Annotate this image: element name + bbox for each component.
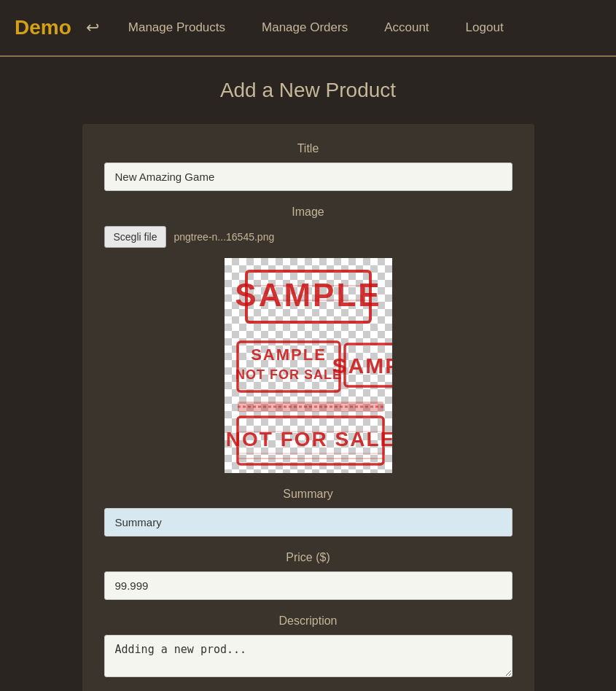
image-section: Image Scegli file pngtree-n...16545.png … bbox=[104, 206, 512, 473]
navbar: Demo ↩ Manage Products Manage Orders Acc… bbox=[0, 0, 616, 57]
preview-svg: SAMPLE SAMPLE NOT FOR SALE SAMPL bbox=[225, 258, 392, 473]
price-label: Price ($) bbox=[104, 551, 512, 564]
brand-logo[interactable]: Demo bbox=[15, 16, 71, 39]
navbar-links: Manage Products Manage Orders Account Lo… bbox=[128, 20, 504, 35]
svg-text:SAMPL: SAMPL bbox=[332, 354, 392, 378]
image-preview: SAMPLE SAMPLE NOT FOR SALE SAMPL bbox=[225, 258, 392, 473]
file-name: pngtree-n...16545.png bbox=[174, 231, 274, 243]
nav-manage-products[interactable]: Manage Products bbox=[128, 20, 225, 35]
page-title: Add a New Product bbox=[82, 79, 534, 102]
svg-text:SAMPLE: SAMPLE bbox=[251, 346, 327, 364]
image-label: Image bbox=[104, 206, 512, 219]
product-form: Title Image Scegli file pngtree-n...1654… bbox=[82, 124, 534, 691]
svg-text:NOT FOR SALE: NOT FOR SALE bbox=[235, 367, 342, 382]
title-input[interactable] bbox=[104, 163, 512, 191]
nav-logout[interactable]: Logout bbox=[466, 20, 504, 35]
summary-label: Summary bbox=[104, 488, 512, 501]
nav-account[interactable]: Account bbox=[384, 20, 429, 35]
nav-manage-orders[interactable]: Manage Orders bbox=[262, 20, 348, 35]
description-input[interactable]: Adding a new prod... bbox=[104, 635, 512, 677]
file-choose-button[interactable]: Scegli file bbox=[104, 226, 167, 248]
svg-text:SAMPLE: SAMPLE bbox=[235, 277, 381, 313]
title-label: Title bbox=[104, 142, 512, 155]
file-input-row: Scegli file pngtree-n...16545.png bbox=[104, 226, 512, 248]
main-content: Add a New Product Title Image Scegli fil… bbox=[68, 57, 549, 691]
summary-input[interactable] bbox=[104, 508, 512, 536]
description-label: Description bbox=[104, 614, 512, 628]
price-input[interactable] bbox=[104, 571, 512, 600]
back-button[interactable]: ↩ bbox=[86, 18, 99, 37]
